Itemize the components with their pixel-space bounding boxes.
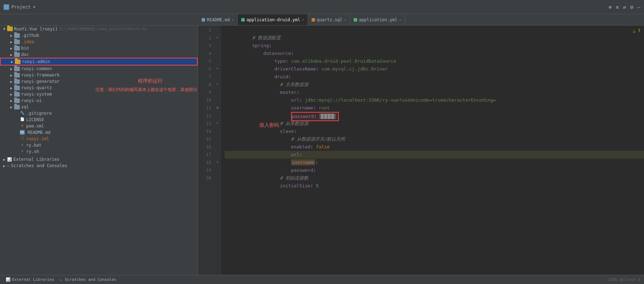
label-ext-lib: External Libraries [13, 157, 59, 162]
bottom-item-ext-lib[interactable]: 📊 External Libraries [4, 277, 56, 282]
tab-app-yml[interactable]: application.yml ✕ [350, 14, 405, 25]
readme-file-icon [202, 18, 205, 22]
arrow-doc [8, 53, 14, 57]
label-scratches: Scratches and Consoles [11, 163, 67, 168]
project-icon [4, 4, 9, 10]
quartz-file-icon [312, 18, 315, 22]
license-icon: 📄 [20, 117, 25, 122]
tree-item-ruoyi-admin[interactable]: ruoyi-admin [0, 58, 198, 66]
label-ruoyi-generator: ruoyi-generator [21, 79, 59, 84]
tree-item-ruoyi-iml[interactable]: ⬡ ruoyi.iml [0, 136, 198, 142]
tree-item-ruoyi-vue[interactable]: RuoYi-Vue [ruoyi] E:\JAVA文档编辑处\idea_proj… [0, 25, 198, 32]
label-ruoyi-common: ruoyi-common [21, 66, 52, 71]
tab-readme-close[interactable]: ✕ [232, 18, 234, 22]
tab-app-druid-label: application-druid.yml [246, 17, 300, 22]
gutter-2: ▸ [214, 33, 221, 41]
iml-icon: ⬡ [20, 136, 25, 141]
tree-item-ruoyi-quartz[interactable]: ruoyi-quartz [0, 85, 198, 91]
minimize-icon[interactable]: — [638, 4, 640, 10]
code-content[interactable]: # 数据源配置 spring: datasource: type: com.al… [221, 25, 644, 275]
gutter-18: ◈ [214, 158, 221, 166]
tree-item-ruoyi-generator[interactable]: ruoyi-generator [0, 78, 198, 85]
label-ry-sh: ry.sh [26, 149, 39, 154]
label-readme: README.md [28, 130, 51, 135]
key-slave-url: url [291, 152, 299, 157]
label-ry-bat: ry.bat [26, 143, 41, 148]
arrow-idea [8, 40, 14, 44]
tree-item-bin[interactable]: bin [0, 45, 198, 51]
key-driver: driverClassName [274, 66, 316, 72]
settings-icon[interactable]: ⚙ [630, 4, 633, 10]
gutter-11: ◈ [214, 103, 221, 111]
gutter-4 [214, 49, 221, 57]
structure-icon[interactable]: ≡ [616, 4, 619, 10]
tree-item-ry-bat[interactable]: ⚡ ry.bat [0, 142, 198, 148]
tree-item-ext-lib[interactable]: 📊 External Libraries [0, 156, 198, 163]
line-num-15: 15 [198, 135, 214, 143]
line-num-2: 2 [198, 34, 214, 42]
gutter-9 [214, 88, 221, 96]
tab-readme[interactable]: README.md ✕ [198, 14, 238, 25]
title-bar-left: Project ▾ [4, 4, 36, 10]
bottom-item-scratches[interactable]: ✏ Scratches and Consoles [56, 277, 118, 282]
gutter-15 [214, 135, 221, 142]
arrow-ruoyi-system [8, 92, 14, 96]
tree-item-readme[interactable]: MD README.md [0, 129, 198, 136]
tree-item-github[interactable]: .github [0, 32, 198, 39]
app-yml-file-icon [354, 18, 357, 22]
bat-icon: ⚡ [20, 143, 25, 148]
val-driver: com.mysql.cj.jdbc.Driver [321, 66, 388, 72]
key-initial-size: initialSize [280, 183, 311, 188]
arrow-ruoyi-quartz [8, 86, 14, 90]
swap-icon[interactable]: ⇄ [623, 4, 626, 10]
tree-item-license[interactable]: 📄 LICENSE [0, 117, 198, 123]
tab-app-yml-close[interactable]: ✕ [399, 18, 401, 22]
tab-quartz[interactable]: quartz.sql ✕ [308, 14, 350, 25]
tab-app-druid[interactable]: application-druid.yml ✕ [238, 14, 308, 25]
tab-readme-label: README.md [207, 17, 230, 22]
label-github: .github [21, 33, 39, 38]
tree-item-ruoyi-ui[interactable]: ruoyi-ui [0, 97, 198, 104]
val-enabled: false [316, 144, 330, 149]
comment-slave: # 从库数据源 [280, 121, 309, 126]
key-slave: slave [280, 129, 294, 134]
tab-bar: README.md ✕ application-druid.yml ✕ quar… [0, 14, 644, 25]
folder-github [14, 33, 20, 38]
folder-ruoyi-system [14, 92, 20, 97]
line-num-18: 18 [198, 159, 214, 166]
line-num-17: 17 [198, 151, 214, 159]
tree-item-ruoyi-common[interactable]: ruoyi-common [0, 66, 198, 72]
line-num-8: 8 [198, 81, 214, 89]
code-line-1: # 数据源配置 [225, 26, 644, 34]
label-gitignore: .gitignore [26, 111, 52, 116]
key-url: url [291, 97, 299, 103]
val-type: com.alibaba.druid.pool.DruidDataSource [291, 58, 396, 64]
tab-app-druid-close[interactable]: ✕ [302, 18, 304, 22]
tree-item-gitignore[interactable]: 🔧 .gitignore [0, 110, 198, 117]
line-num-9: 9 [198, 89, 214, 96]
arrow-ruoyi-generator [8, 80, 14, 84]
tree-item-ruoyi-framework[interactable]: ruoyi-framework [0, 72, 198, 78]
label-ruoyi-iml: ruoyi.iml [26, 136, 49, 141]
tree-item-sql[interactable]: sql [0, 104, 198, 110]
tab-quartz-close[interactable]: ✕ [344, 18, 346, 22]
label-ruoyi-quartz: ruoyi-quartz [21, 85, 52, 90]
title-dropdown[interactable]: ▾ [33, 4, 36, 10]
tree-item-doc[interactable]: doc [0, 51, 198, 58]
tree-item-scratches[interactable]: ✏ Scratches and Consoles [0, 163, 198, 169]
arrow-ruoyi-vue [1, 27, 7, 31]
tab-quartz-label: quartz.sql [317, 17, 342, 22]
tree-item-ruoyi-system[interactable]: ruoyi-system [0, 91, 198, 97]
tree-item-idea[interactable]: .idea [0, 39, 198, 45]
line-num-10: 10 [198, 96, 214, 104]
folder-ruoyi-quartz [14, 86, 20, 90]
label-sql: sql [21, 104, 29, 109]
val-initial-size: 5 [316, 183, 319, 188]
label-bin: bin [21, 46, 29, 51]
gutter-20 [214, 174, 221, 181]
navigate-icon[interactable]: ⊕ [609, 4, 611, 10]
gutter-13: ▸ [214, 119, 221, 127]
tree-item-pom[interactable]: m pom.xml [0, 123, 198, 129]
tree-item-ry-sh[interactable]: ⚡ ry.sh [0, 148, 198, 155]
gutter-7 [214, 72, 221, 80]
